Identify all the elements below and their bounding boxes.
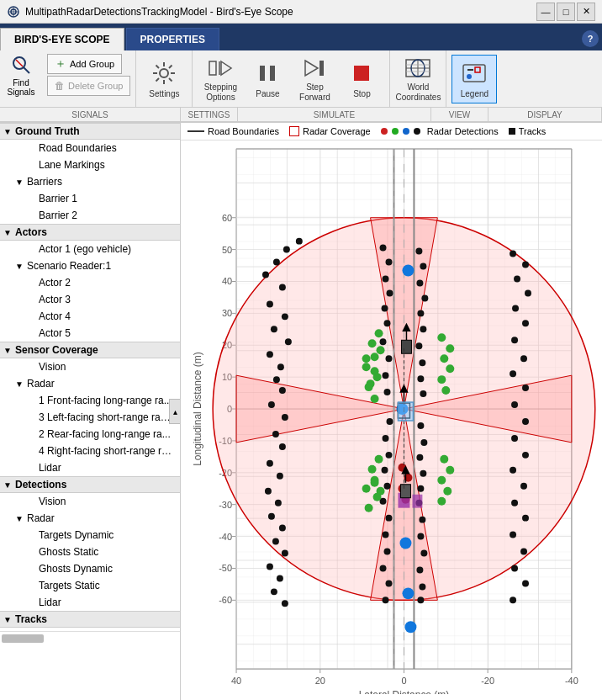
- sidebar-item-targets-static[interactable]: Targets Static: [0, 577, 180, 594]
- sidebar-item-lane-markings[interactable]: Lane Markings: [0, 156, 180, 173]
- svg-point-177: [510, 370, 516, 377]
- tab-birds-eye[interactable]: BIRD'S-EYE SCOPE: [0, 28, 124, 50]
- svg-point-125: [380, 245, 387, 252]
- toggle-actors: ▼: [3, 228, 15, 237]
- svg-point-165: [420, 550, 427, 557]
- svg-rect-30: [463, 65, 485, 82]
- window-title: MultipathRadarDetectionsTrackingModel - …: [25, 6, 293, 18]
- toolbar: FindSignals ＋ Add Group 🗑 Delete Group: [0, 50, 602, 108]
- sidebar-item-targets-dynamic[interactable]: Targets Dynamic: [0, 527, 180, 544]
- svg-point-98: [296, 238, 303, 245]
- sidebar-item-ghosts-dynamic[interactable]: Ghosts Dynamic: [0, 560, 180, 577]
- sidebar-item-tracks[interactable]: ▼ Tracks: [0, 611, 180, 628]
- svg-point-102: [282, 313, 288, 320]
- settings-button[interactable]: Settings: [141, 55, 187, 103]
- find-signals-button[interactable]: FindSignals: [0, 50, 42, 99]
- svg-point-201: [371, 367, 379, 375]
- sidebar-item-lidar-sc[interactable]: Lidar: [0, 459, 180, 476]
- svg-point-146: [383, 597, 389, 603]
- targets-dynamic-label: Targets Dynamic: [39, 529, 114, 541]
- sidebar-item-actor-3[interactable]: Actor 3: [0, 291, 180, 308]
- step-forward-button[interactable]: StepForward: [292, 55, 337, 103]
- svg-point-148: [420, 263, 426, 270]
- legend-road-line: [187, 130, 204, 132]
- sidebar-item-vision-sc[interactable]: Vision: [0, 358, 180, 375]
- legend-dot-red: [381, 128, 388, 135]
- svg-text:40: 40: [222, 276, 232, 286]
- toggle-scenario-reader: ▼: [15, 262, 27, 271]
- sidebar-item-actors[interactable]: ▼ Actors: [0, 224, 180, 241]
- svg-rect-232: [412, 495, 422, 508]
- svg-line-15: [156, 78, 160, 82]
- sidebar-item-ghosts-static[interactable]: Ghosts Static: [0, 544, 180, 560]
- svg-point-113: [267, 460, 273, 467]
- actor-2-label: Actor 2: [39, 277, 71, 289]
- svg-point-124: [282, 600, 288, 607]
- svg-point-194: [371, 353, 379, 361]
- stop-button[interactable]: Stop: [339, 55, 384, 103]
- legend-label: Legend: [461, 89, 488, 99]
- actor-2-box: [401, 340, 411, 353]
- legend-tracks: Tracks: [509, 126, 547, 136]
- svg-point-99: [262, 272, 269, 278]
- sidebar-item-detections[interactable]: ▼ Detections: [0, 476, 180, 493]
- world-coordinates-icon: [404, 56, 431, 80]
- sidebar-item-radar-4[interactable]: 4 Right-facing short-range ra...: [0, 443, 180, 459]
- x-axis-label: Lateral Distance (m): [359, 689, 450, 694]
- sidebar-item-actor-5[interactable]: Actor 5: [0, 325, 180, 342]
- legend-button[interactable]: Legend: [452, 55, 497, 103]
- svg-point-127: [383, 276, 389, 283]
- step-forward-label: StepForward: [299, 82, 330, 103]
- svg-text:0: 0: [401, 676, 406, 686]
- stepping-options-button[interactable]: SteppingOptions: [198, 55, 243, 103]
- svg-point-136: [383, 435, 389, 442]
- svg-point-118: [279, 525, 286, 532]
- sidebar-item-barrier-2[interactable]: Barrier 2: [0, 207, 180, 224]
- help-button[interactable]: ?: [582, 30, 599, 47]
- svg-rect-23: [354, 66, 369, 81]
- sidebar-hscrollbar-thumb[interactable]: [2, 634, 44, 643]
- svg-point-178: [522, 384, 529, 391]
- sidebar-item-radar-sc[interactable]: ▼ Radar: [0, 375, 180, 392]
- svg-point-101: [267, 300, 273, 307]
- sidebar-item-actor-4[interactable]: Actor 4: [0, 308, 180, 325]
- sidebar-item-lidar-det[interactable]: Lidar: [0, 594, 180, 611]
- add-group-button[interactable]: ＋ Add Group: [47, 54, 122, 74]
- svg-point-7: [160, 69, 168, 77]
- svg-point-157: [417, 422, 424, 429]
- sidebar-item-radar-2[interactable]: 2 Rear-facing long-range ra...: [0, 426, 180, 443]
- sidebar-item-scenario-reader[interactable]: ▼ Scenario Reader:1: [0, 257, 180, 274]
- sidebar-item-barriers[interactable]: ▼ Barriers: [0, 173, 180, 190]
- settings-group: Settings: [136, 50, 193, 107]
- delete-group-button[interactable]: 🗑 Delete Group: [47, 76, 130, 96]
- actor-4-label: Actor 4: [39, 310, 71, 322]
- simulate-section-label: SIMULATE: [238, 108, 431, 121]
- tab-properties[interactable]: PROPERTIES: [126, 28, 219, 50]
- svg-point-175: [511, 337, 518, 343]
- sidebar-item-actor-1[interactable]: Actor 1 (ego vehicle): [0, 241, 180, 257]
- sidebar-item-radar-3[interactable]: 3 Left-facing short-range rac...: [0, 409, 180, 426]
- world-coordinates-button[interactable]: WorldCoordinates: [395, 55, 441, 103]
- sidebar-item-radar-det[interactable]: ▼ Radar: [0, 510, 180, 527]
- chart-svg[interactable]: 60 50 40 30 20 10 0 -10 -20 -30 -40 -50 …: [181, 141, 602, 694]
- svg-point-167: [419, 583, 425, 590]
- stop-icon: [348, 60, 375, 87]
- sidebar-item-actor-2[interactable]: Actor 2: [0, 274, 180, 291]
- sidebar-item-sensor-coverage[interactable]: ▼ Sensor Coverage: [0, 342, 180, 358]
- sidebar-item-road-boundaries[interactable]: Road Boundaries: [0, 140, 180, 156]
- sidebar-hscrollbar[interactable]: [0, 631, 180, 644]
- sidebar: ▴ ▼ Ground Truth Road Boundaries Lane Ma…: [0, 123, 181, 700]
- sidebar-item-ground-truth[interactable]: ▼ Ground Truth: [0, 123, 180, 140]
- sidebar-collapse-button[interactable]: ▴: [169, 399, 181, 424]
- svg-point-130: [384, 320, 391, 326]
- maximize-button[interactable]: □: [557, 3, 575, 21]
- sidebar-item-vision-det[interactable]: Vision: [0, 493, 180, 510]
- stop-label: Stop: [353, 89, 371, 99]
- sidebar-item-barrier-1[interactable]: Barrier 1: [0, 190, 180, 207]
- barrier-1-label: Barrier 1: [39, 193, 77, 204]
- sidebar-item-radar-1[interactable]: 1 Front-facing long-range ra...: [0, 392, 180, 409]
- close-button[interactable]: ✕: [577, 3, 595, 21]
- pause-button[interactable]: Pause: [245, 55, 290, 103]
- svg-text:-20: -20: [481, 676, 494, 686]
- minimize-button[interactable]: —: [536, 3, 555, 21]
